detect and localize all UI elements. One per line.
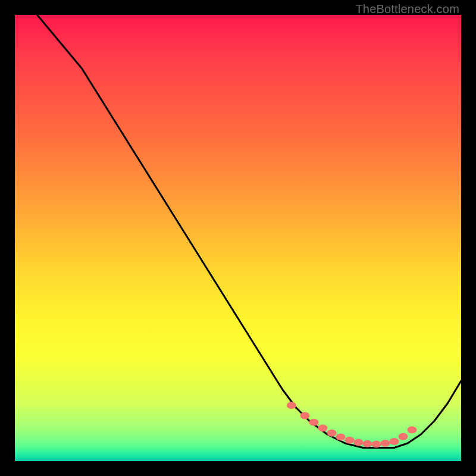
dots-group (287, 402, 417, 447)
dot-marker-icon (309, 419, 319, 426)
curve-path (37, 15, 462, 448)
dot-marker-icon (336, 434, 346, 441)
watermark-label: TheBottleneck.com (355, 2, 459, 16)
dot-marker-icon (354, 439, 364, 446)
dot-marker-icon (399, 433, 408, 440)
chart-svg (15, 15, 461, 461)
dot-marker-icon (408, 427, 417, 434)
dot-marker-icon (327, 430, 337, 437)
dot-marker-icon (363, 440, 372, 447)
dot-marker-icon (390, 438, 399, 445)
dot-marker-icon (372, 441, 381, 448)
chart-stage: TheBottleneck.com (0, 0, 476, 476)
dot-marker-icon (318, 425, 328, 432)
dot-marker-icon (287, 402, 296, 409)
dot-marker-icon (345, 437, 355, 444)
dot-marker-icon (381, 440, 390, 447)
dot-marker-icon (300, 412, 310, 419)
gradient-plot-area (15, 15, 461, 461)
